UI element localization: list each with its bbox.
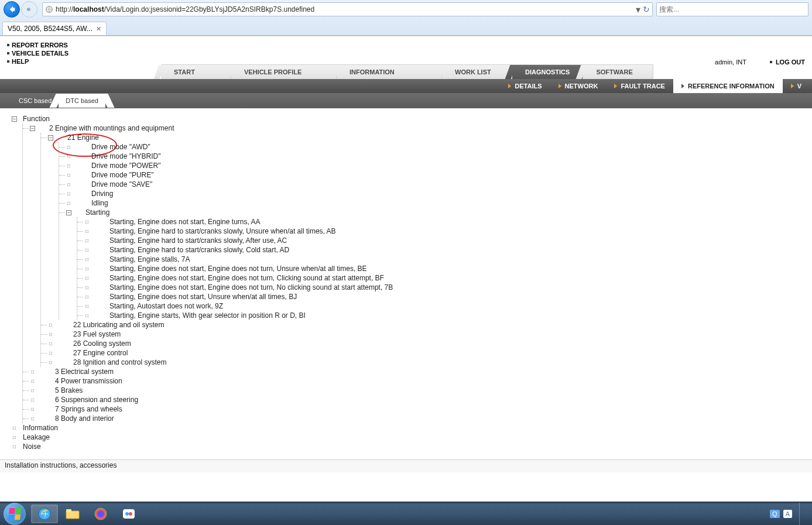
tree-node[interactable]: Starting, Autostart does not work, 9Z bbox=[77, 301, 812, 311]
tree-node[interactable]: Starting, Engine hard to start/cranks sl… bbox=[77, 236, 812, 245]
tree-label[interactable]: 6 Suspension and steering bbox=[55, 395, 138, 404]
tree-label[interactable]: 22 Lubricating and oil system bbox=[73, 320, 164, 330]
tree-node[interactable]: Idling bbox=[59, 198, 812, 208]
tree-node[interactable]: 27 Engine control bbox=[41, 348, 812, 358]
tree-label[interactable]: 3 Electrical system bbox=[55, 367, 114, 376]
tree-label[interactable]: Starting, Engine does not start, Unsure … bbox=[109, 292, 297, 301]
tree-label[interactable]: 23 Fuel system bbox=[73, 330, 121, 339]
tree-node[interactable]: Starting, Engine hard to start/cranks sl… bbox=[77, 245, 812, 255]
tree-label[interactable]: Starting, Engine does not start, Engine … bbox=[109, 264, 367, 273]
browser-search-input[interactable] bbox=[656, 2, 808, 16]
tree-node[interactable]: 4 Power transmission bbox=[23, 376, 812, 386]
collapse-icon[interactable] bbox=[30, 126, 35, 131]
tree-label[interactable]: 4 Power transmission bbox=[55, 376, 122, 386]
main-tab[interactable]: INFORMATION bbox=[337, 64, 442, 79]
tree-node[interactable]: Starting, Engine does not start, Unsure … bbox=[77, 292, 812, 301]
tree-label[interactable]: Starting bbox=[85, 208, 109, 217]
main-tab[interactable]: SOFTWARE bbox=[583, 64, 653, 79]
tree-label[interactable]: Starting, Engine does not start, Engine … bbox=[109, 283, 393, 292]
tree-label[interactable]: Drive mode "PURE" bbox=[91, 170, 154, 180]
tree-label[interactable]: 28 Ignition and control system bbox=[73, 358, 166, 367]
tree-label[interactable]: Starting, Engine does not start, Engine … bbox=[109, 217, 261, 227]
tree-node[interactable]: Leakage bbox=[12, 433, 812, 442]
forward-button[interactable] bbox=[21, 1, 37, 18]
tree-node[interactable]: 8 Body and interior bbox=[23, 414, 812, 423]
sub-tab[interactable]: V bbox=[783, 79, 810, 93]
tree-node[interactable]: Starting, Engine stalls, 7A bbox=[77, 255, 812, 264]
dropdown-icon[interactable]: ▾ bbox=[636, 4, 640, 15]
tree-node[interactable]: Starting, Engine does not start, Engine … bbox=[77, 264, 812, 273]
tree-node[interactable]: Starting, Engine starts, With gear selec… bbox=[77, 311, 812, 320]
tree-label[interactable]: Starting, Engine stalls, 7A bbox=[109, 255, 190, 264]
sub-tab[interactable]: DETAILS bbox=[500, 79, 550, 93]
tree-label[interactable]: 5 Brakes bbox=[55, 386, 83, 395]
tree-node[interactable]: Starting, Engine does not start, Engine … bbox=[77, 217, 812, 227]
collapse-icon[interactable] bbox=[48, 135, 53, 140]
tree-label[interactable]: Starting, Engine does not start, Engine … bbox=[109, 273, 384, 283]
tree-label[interactable]: 7 Springs and wheels bbox=[55, 404, 122, 414]
tree-label[interactable]: Drive mode "HYBRID" bbox=[91, 152, 161, 161]
tree-label[interactable]: Starting, Engine starts, With gear selec… bbox=[109, 311, 306, 320]
tree-label[interactable]: Starting, Engine hard to start/cranks sl… bbox=[109, 236, 287, 245]
main-tab[interactable]: VEHICLE PROFILE bbox=[231, 64, 337, 79]
logout-button[interactable]: LOG OUT bbox=[770, 59, 805, 66]
tree-node[interactable]: Driving bbox=[59, 189, 812, 198]
tree-node[interactable]: Drive mode "HYBRID" bbox=[59, 152, 812, 161]
tree-label[interactable]: Starting, Engine hard to start/cranks sl… bbox=[109, 245, 289, 255]
tree-node[interactable]: 7 Springs and wheels bbox=[23, 404, 812, 414]
tree-node[interactable]: Starting, Engine does not start, Engine … bbox=[77, 273, 812, 283]
tree-node[interactable]: 5 Brakes bbox=[23, 386, 812, 395]
tree-node[interactable]: 28 Ignition and control system bbox=[41, 358, 812, 367]
tree-label[interactable]: Drive mode "AWD" bbox=[91, 142, 150, 152]
sub-tab[interactable]: FAULT TRACE bbox=[606, 79, 673, 93]
collapse-icon[interactable] bbox=[12, 116, 17, 122]
tree-label[interactable]: 27 Engine control bbox=[73, 348, 128, 358]
header-link[interactable]: REPORT ERRORS bbox=[7, 41, 68, 49]
tree-node[interactable]: 21 EngineDrive mode "AWD"Drive mode "HYB… bbox=[41, 133, 812, 320]
tree-node[interactable]: 26 Cooling system bbox=[41, 339, 812, 348]
collapse-icon[interactable] bbox=[66, 210, 71, 215]
tree-node[interactable]: StartingStarting, Engine does not start,… bbox=[59, 208, 812, 320]
tree-node[interactable]: Starting, Engine does not start, Engine … bbox=[77, 283, 812, 292]
tree-label[interactable]: Leakage bbox=[23, 433, 50, 442]
header-link[interactable]: VEHICLE DETAILS bbox=[7, 49, 68, 57]
tree-label[interactable]: 21 Engine bbox=[67, 133, 99, 142]
tree-label[interactable]: Noise bbox=[23, 442, 41, 451]
tree-node[interactable]: Drive mode "AWD" bbox=[59, 142, 812, 152]
back-button[interactable] bbox=[4, 1, 20, 18]
tree-node[interactable]: Starting, Engine hard to start/cranks sl… bbox=[77, 227, 812, 236]
tree-node[interactable]: Drive mode "SAVE" bbox=[59, 180, 812, 189]
tree-node[interactable]: Noise bbox=[12, 442, 812, 451]
main-tab[interactable]: DIAGNOSTICS bbox=[512, 64, 583, 79]
function-tree[interactable]: Function2 Engine with mountings and equi… bbox=[0, 108, 812, 459]
tree-node[interactable]: Drive mode "POWER" bbox=[59, 161, 812, 170]
tree-label[interactable]: Information bbox=[23, 423, 58, 433]
tree-label[interactable]: 26 Cooling system bbox=[73, 339, 131, 348]
tree-node[interactable]: 22 Lubricating and oil system bbox=[41, 320, 812, 330]
sub-tab[interactable]: REFERENCE INFORMATION bbox=[673, 79, 783, 93]
tree-label[interactable]: Drive mode "POWER" bbox=[91, 161, 161, 170]
tree-node[interactable]: 2 Engine with mountings and equipment21 … bbox=[23, 123, 812, 367]
tree-node[interactable]: 3 Electrical system bbox=[23, 367, 812, 376]
crumb-tab[interactable]: DTC based bbox=[59, 94, 105, 108]
sub-tab[interactable]: NETWORK bbox=[550, 79, 607, 93]
tree-label[interactable]: Starting, Autostart does not work, 9Z bbox=[109, 301, 223, 311]
tree-label[interactable]: Idling bbox=[91, 198, 108, 208]
tree-label[interactable]: Drive mode "SAVE" bbox=[91, 180, 152, 189]
tree-node[interactable]: Drive mode "PURE" bbox=[59, 170, 812, 180]
tree-label[interactable]: 8 Body and interior bbox=[55, 414, 114, 423]
tree-node[interactable]: 23 Fuel system bbox=[41, 330, 812, 339]
main-tab[interactable]: START bbox=[161, 64, 231, 79]
refresh-icon[interactable]: ↻ bbox=[643, 5, 650, 14]
close-icon[interactable]: ✕ bbox=[96, 25, 101, 33]
tree-node[interactable]: 6 Suspension and steering bbox=[23, 395, 812, 404]
tree-label[interactable]: Driving bbox=[91, 189, 113, 198]
tree-node[interactable]: Information bbox=[12, 423, 812, 433]
browser-tab[interactable]: V50, 2005, B5244S5, AW... ✕ bbox=[2, 22, 107, 35]
tree-label[interactable]: Starting, Engine hard to start/cranks sl… bbox=[109, 227, 336, 236]
tree-label[interactable]: 2 Engine with mountings and equipment bbox=[49, 123, 174, 133]
address-bar[interactable]: http://localhost/Vida/Login.do;jsessioni… bbox=[42, 2, 653, 16]
tree-label[interactable]: Function bbox=[23, 114, 50, 123]
tree-node[interactable]: Function2 Engine with mountings and equi… bbox=[12, 114, 812, 423]
main-tab[interactable]: WORK LIST bbox=[442, 64, 512, 79]
